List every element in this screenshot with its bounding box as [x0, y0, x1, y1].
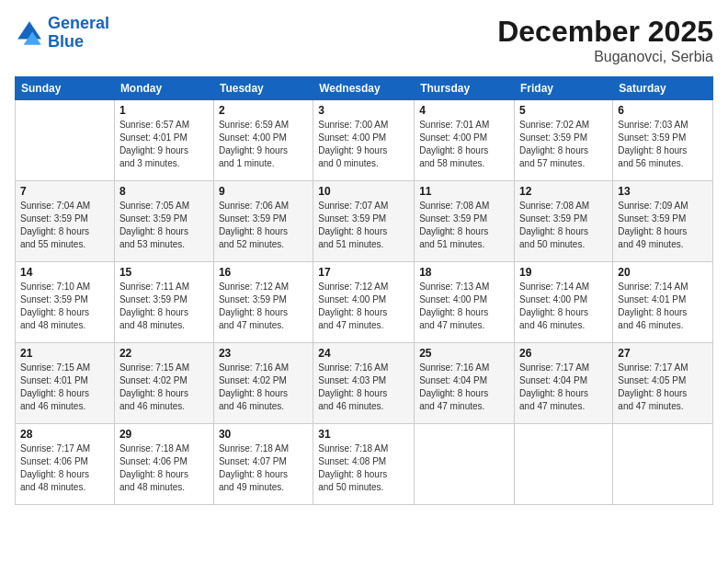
day-number: 12: [519, 185, 608, 198]
calendar-cell: 11Sunrise: 7:08 AMSunset: 3:59 PMDayligh…: [415, 181, 515, 262]
calendar-cell: [415, 424, 515, 505]
calendar-weekday-header: Sunday: [16, 77, 115, 100]
day-number: 5: [519, 104, 608, 117]
day-info: Sunrise: 7:00 AMSunset: 4:00 PMDaylight:…: [318, 119, 409, 170]
day-info: Sunrise: 7:05 AMSunset: 3:59 PMDaylight:…: [119, 200, 209, 251]
day-number: 29: [119, 428, 209, 441]
day-number: 6: [618, 104, 708, 117]
day-number: 15: [119, 266, 209, 279]
day-number: 7: [20, 185, 109, 198]
calendar-week-row: 7Sunrise: 7:04 AMSunset: 3:59 PMDaylight…: [16, 181, 713, 262]
day-number: 31: [318, 428, 409, 441]
calendar-cell: 30Sunrise: 7:18 AMSunset: 4:07 PMDayligh…: [213, 424, 313, 505]
day-info: Sunrise: 7:15 AMSunset: 4:02 PMDaylight:…: [119, 362, 209, 413]
day-number: 18: [419, 266, 509, 279]
calendar-cell: 14Sunrise: 7:10 AMSunset: 3:59 PMDayligh…: [16, 262, 115, 343]
day-number: 1: [119, 104, 209, 117]
calendar-cell: 25Sunrise: 7:16 AMSunset: 4:04 PMDayligh…: [415, 343, 515, 424]
day-info: Sunrise: 7:08 AMSunset: 3:59 PMDaylight:…: [419, 200, 509, 251]
calendar-cell: 4Sunrise: 7:01 AMSunset: 4:00 PMDaylight…: [415, 100, 515, 181]
day-info: Sunrise: 7:18 AMSunset: 4:06 PMDaylight:…: [119, 442, 209, 494]
day-number: 27: [618, 347, 708, 360]
day-info: Sunrise: 7:14 AMSunset: 4:00 PMDaylight:…: [519, 281, 608, 332]
day-info: Sunrise: 7:12 AMSunset: 4:00 PMDaylight:…: [318, 281, 409, 332]
day-info: Sunrise: 7:09 AMSunset: 3:59 PMDaylight:…: [618, 200, 708, 251]
day-number: 3: [318, 104, 409, 117]
day-number: 16: [219, 266, 308, 279]
calendar-cell: 24Sunrise: 7:16 AMSunset: 4:03 PMDayligh…: [313, 343, 415, 424]
calendar-cell: 9Sunrise: 7:06 AMSunset: 3:59 PMDaylight…: [213, 181, 313, 262]
calendar-week-row: 28Sunrise: 7:17 AMSunset: 4:06 PMDayligh…: [16, 424, 713, 505]
day-info: Sunrise: 7:18 AMSunset: 4:07 PMDaylight:…: [219, 442, 308, 494]
day-number: 14: [20, 266, 109, 279]
day-info: Sunrise: 7:15 AMSunset: 4:01 PMDaylight:…: [20, 362, 109, 413]
day-number: 2: [219, 104, 308, 117]
calendar-cell: 27Sunrise: 7:17 AMSunset: 4:05 PMDayligh…: [613, 343, 713, 424]
day-number: 28: [20, 428, 109, 441]
day-info: Sunrise: 7:12 AMSunset: 3:59 PMDaylight:…: [219, 281, 308, 332]
calendar-cell: 13Sunrise: 7:09 AMSunset: 3:59 PMDayligh…: [613, 181, 713, 262]
day-info: Sunrise: 7:17 AMSunset: 4:04 PMDaylight:…: [519, 362, 608, 413]
day-number: 24: [318, 347, 409, 360]
calendar-cell: 6Sunrise: 7:03 AMSunset: 3:59 PMDaylight…: [613, 100, 713, 181]
calendar-cell: 15Sunrise: 7:11 AMSunset: 3:59 PMDayligh…: [114, 262, 213, 343]
header: General Blue December 2025 Buganovci, Se…: [15, 15, 713, 65]
day-number: 8: [119, 185, 209, 198]
day-info: Sunrise: 7:10 AMSunset: 3:59 PMDaylight:…: [20, 281, 109, 332]
day-number: 4: [419, 104, 509, 117]
logo: General Blue: [15, 15, 109, 52]
calendar-cell: 16Sunrise: 7:12 AMSunset: 3:59 PMDayligh…: [213, 262, 313, 343]
month-title: December 2025: [497, 15, 713, 49]
calendar-week-row: 1Sunrise: 6:57 AMSunset: 4:01 PMDaylight…: [16, 100, 713, 181]
day-number: 17: [318, 266, 409, 279]
title-block: December 2025 Buganovci, Serbia: [497, 15, 713, 65]
calendar-cell: 12Sunrise: 7:08 AMSunset: 3:59 PMDayligh…: [515, 181, 613, 262]
day-number: 19: [519, 266, 608, 279]
calendar-cell: 19Sunrise: 7:14 AMSunset: 4:00 PMDayligh…: [515, 262, 613, 343]
calendar-cell: [515, 424, 613, 505]
logo-line2: Blue: [48, 32, 84, 51]
calendar-cell: 10Sunrise: 7:07 AMSunset: 3:59 PMDayligh…: [313, 181, 415, 262]
calendar-cell: 31Sunrise: 7:18 AMSunset: 4:08 PMDayligh…: [313, 424, 415, 505]
day-number: 10: [318, 185, 409, 198]
calendar-cell: 7Sunrise: 7:04 AMSunset: 3:59 PMDaylight…: [16, 181, 115, 262]
calendar-weekday-header: Tuesday: [213, 77, 313, 100]
day-info: Sunrise: 7:06 AMSunset: 3:59 PMDaylight:…: [219, 200, 308, 251]
day-info: Sunrise: 7:17 AMSunset: 4:06 PMDaylight:…: [20, 442, 109, 494]
calendar-cell: 2Sunrise: 6:59 AMSunset: 4:00 PMDaylight…: [213, 100, 313, 181]
day-info: Sunrise: 7:16 AMSunset: 4:02 PMDaylight:…: [219, 362, 308, 413]
day-number: 20: [618, 266, 708, 279]
day-info: Sunrise: 7:13 AMSunset: 4:00 PMDaylight:…: [419, 281, 509, 332]
calendar-cell: 26Sunrise: 7:17 AMSunset: 4:04 PMDayligh…: [515, 343, 613, 424]
calendar-cell: 23Sunrise: 7:16 AMSunset: 4:02 PMDayligh…: [213, 343, 313, 424]
calendar-cell: 18Sunrise: 7:13 AMSunset: 4:00 PMDayligh…: [415, 262, 515, 343]
day-info: Sunrise: 7:03 AMSunset: 3:59 PMDaylight:…: [618, 119, 708, 170]
calendar-cell: 8Sunrise: 7:05 AMSunset: 3:59 PMDaylight…: [114, 181, 213, 262]
calendar-cell: 28Sunrise: 7:17 AMSunset: 4:06 PMDayligh…: [16, 424, 115, 505]
calendar-header-row: SundayMondayTuesdayWednesdayThursdayFrid…: [16, 77, 713, 100]
day-info: Sunrise: 7:16 AMSunset: 4:04 PMDaylight:…: [419, 362, 509, 413]
calendar-weekday-header: Wednesday: [313, 77, 415, 100]
logo-line1: General: [48, 14, 109, 32]
day-info: Sunrise: 7:04 AMSunset: 3:59 PMDaylight:…: [20, 200, 109, 251]
day-number: 25: [419, 347, 509, 360]
calendar-cell: 29Sunrise: 7:18 AMSunset: 4:06 PMDayligh…: [114, 424, 213, 505]
day-info: Sunrise: 7:14 AMSunset: 4:01 PMDaylight:…: [618, 281, 708, 332]
calendar-cell: 22Sunrise: 7:15 AMSunset: 4:02 PMDayligh…: [114, 343, 213, 424]
day-number: 23: [219, 347, 308, 360]
day-number: 9: [219, 185, 308, 198]
calendar-weekday-header: Friday: [515, 77, 613, 100]
day-number: 22: [119, 347, 209, 360]
day-number: 21: [20, 347, 109, 360]
calendar-cell: 1Sunrise: 6:57 AMSunset: 4:01 PMDaylight…: [114, 100, 213, 181]
day-info: Sunrise: 7:17 AMSunset: 4:05 PMDaylight:…: [618, 362, 708, 413]
day-number: 11: [419, 185, 509, 198]
location: Buganovci, Serbia: [497, 49, 713, 65]
calendar-weekday-header: Monday: [114, 77, 213, 100]
logo-icon: [15, 18, 44, 48]
calendar-cell: 21Sunrise: 7:15 AMSunset: 4:01 PMDayligh…: [16, 343, 115, 424]
day-info: Sunrise: 7:07 AMSunset: 3:59 PMDaylight:…: [318, 200, 409, 251]
day-number: 26: [519, 347, 608, 360]
day-info: Sunrise: 7:11 AMSunset: 3:59 PMDaylight:…: [119, 281, 209, 332]
logo-text: General Blue: [48, 15, 109, 52]
